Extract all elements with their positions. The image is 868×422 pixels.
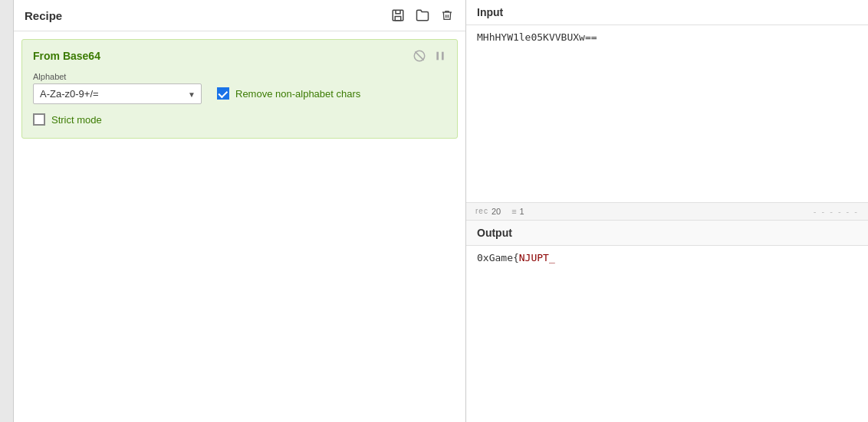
disable-icon[interactable] [413, 49, 426, 63]
strict-mode-label: Strict mode [51, 114, 102, 126]
sidebar-strip [0, 0, 14, 422]
alphabet-label: Alphabet [33, 72, 202, 81]
recipe-title: Recipe [25, 9, 62, 22]
lines-stat: ≡ 1 [511, 207, 524, 216]
alphabet-field-group: Alphabet A-Za-z0-9+/= ▼ [33, 72, 202, 104]
recipe-panel: Recipe [14, 0, 466, 422]
svg-line-3 [415, 51, 423, 60]
stats-bar: rec 20 ≡ 1 - - - - - - [466, 202, 868, 221]
alphabet-select-wrapper: A-Za-z0-9+/= ▼ [33, 83, 202, 104]
rec-stat: rec 20 [475, 207, 501, 216]
pause-icon[interactable] [434, 49, 446, 63]
svg-rect-5 [442, 52, 444, 61]
input-header: Input [466, 0, 868, 25]
remove-nonalphabet-label: Remove non-alphabet chars [235, 88, 360, 100]
output-normal-text: 0xGame{ [477, 252, 519, 263]
rec-label: rec [475, 207, 488, 215]
io-panel: Input MHhHYW1le05KVVBUXw== rec 20 ≡ 1 - … [466, 0, 868, 422]
operation-title: From Base64 [33, 50, 100, 62]
delete-button[interactable] [439, 8, 455, 23]
rec-value: 20 [492, 207, 501, 216]
remove-nonalphabet-checkbox[interactable] [217, 87, 229, 100]
lines-icon: ≡ [511, 207, 516, 216]
stats-dashes: - - - - - - [814, 207, 859, 216]
strict-mode-checkbox[interactable] [33, 113, 45, 126]
output-section: Output 0xGame{NJUPT_ [466, 221, 868, 423]
recipe-header: Recipe [14, 0, 465, 31]
svg-rect-0 [393, 10, 403, 21]
strict-mode-row: Strict mode [33, 113, 446, 126]
recipe-header-icons [390, 8, 455, 23]
output-header: Output [466, 221, 868, 246]
input-textarea[interactable]: MHhHYW1le05KVVBUXw== [466, 25, 868, 202]
svg-rect-4 [436, 52, 439, 61]
open-button[interactable] [415, 8, 430, 23]
output-text: 0xGame{NJUPT_ [466, 246, 868, 423]
operation-card-actions [413, 49, 446, 63]
save-button[interactable] [390, 8, 406, 23]
output-special-text: NJUPT_ [519, 252, 555, 263]
remove-nonalphabet-row: Remove non-alphabet chars [217, 87, 360, 100]
input-section: Input MHhHYW1le05KVVBUXw== [466, 0, 868, 202]
alphabet-select[interactable]: A-Za-z0-9+/= [33, 83, 202, 104]
lines-value: 1 [520, 207, 524, 216]
recipe-content: From Base64 [14, 31, 465, 422]
svg-rect-1 [395, 17, 401, 21]
operation-card: From Base64 [21, 39, 458, 139]
operation-card-header: From Base64 [33, 49, 446, 63]
